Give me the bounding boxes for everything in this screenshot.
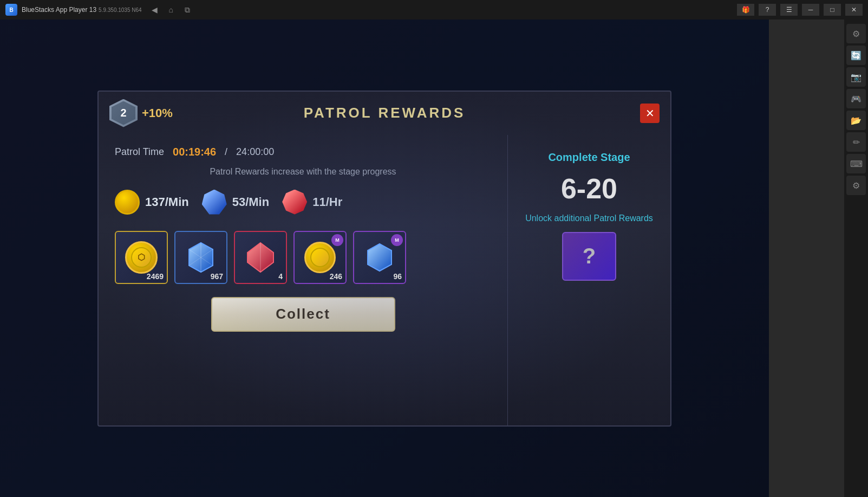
nav-back-button[interactable]: ◀ [148, 3, 161, 16]
rate-item-blue: 53/Min [202, 190, 269, 215]
sidebar-icon-3[interactable]: 📷 [846, 67, 866, 87]
sidebar-icon-8[interactable]: ⚙ [846, 176, 866, 195]
reward-gold-coin-2-icon [304, 242, 336, 273]
level-hexagon: 2 [109, 99, 138, 127]
patrol-time-max: 24:00:00 [236, 146, 274, 158]
close-modal-button[interactable]: ✕ [640, 104, 660, 123]
rate-item-gold: 137/Min [115, 190, 189, 215]
reward-item-4-count: 246 [330, 272, 342, 281]
app-name: BlueStacks App Player 13 [22, 6, 96, 14]
reward-item-1: ⬡ 2469 [115, 231, 168, 284]
reward-item-4-badge: M [331, 234, 343, 246]
reward-blue-crystal-icon [187, 242, 215, 273]
patrol-time-current: 00:19:46 [173, 146, 216, 158]
svg-marker-6 [368, 244, 391, 271]
reward-item-3: 4 [234, 231, 287, 284]
reward-item-3-count: 4 [278, 272, 283, 281]
rate-item-red: 11/Hr [282, 190, 342, 215]
blue-rate-value: 53/Min [232, 195, 269, 209]
patrol-rewards-modal: 2 +10% PATROL REWARDS ✕ Patrol Time 00:1… [97, 91, 671, 427]
modal-right-panel: Complete Stage 6-20 Unlock additional Pa… [508, 135, 670, 425]
titlebar-nav: ◀ ⌂ ⧉ [148, 3, 194, 16]
reward-red-crystal-icon [246, 242, 275, 273]
mystery-reward-item: ? [562, 232, 616, 281]
menu-button[interactable]: ☰ [780, 4, 798, 16]
red-crystal-icon [282, 190, 307, 215]
modal-title: PATROL REWARDS [304, 105, 466, 121]
gold-rate-value: 137/Min [145, 195, 189, 209]
sidebar-icon-1[interactable]: ⚙ [846, 24, 866, 43]
sidebar-icon-7[interactable]: ⌨ [846, 154, 866, 173]
app-version: 5.9.350.1035 N64 [99, 7, 142, 13]
maximize-button[interactable]: □ [824, 4, 841, 16]
rate-items-container: 137/Min 53/Min 11/Hr [115, 190, 491, 215]
patrol-time-label: Patrol Time [115, 146, 164, 158]
titlebar: B BlueStacks App Player 13 5.9.350.1035 … [0, 0, 868, 20]
help-button[interactable]: ? [759, 4, 776, 16]
patrol-time-row: Patrol Time 00:19:46 / 24:00:00 [115, 146, 491, 158]
app-logo: B [5, 4, 17, 16]
close-button[interactable]: ✕ [845, 4, 863, 16]
level-hexagon-inner: 2 [112, 101, 135, 125]
reward-gold-coin-icon: ⬡ [125, 241, 158, 274]
reward-item-5: M 96 [353, 231, 406, 284]
sidebar-icon-2[interactable]: 🔄 [846, 46, 866, 65]
sidebar-icon-5[interactable]: 📂 [846, 111, 866, 130]
reward-item-4: M 246 [293, 231, 347, 284]
right-sidebar: ⚙ 🔄 📷 🎮 📂 ✏ ⌨ ⚙ [844, 20, 868, 497]
nav-windows-button[interactable]: ⧉ [181, 3, 194, 16]
modal-header: 2 +10% PATROL REWARDS ✕ [99, 92, 670, 135]
level-bonus: +10% [142, 106, 173, 120]
collect-button-container: Collect [115, 297, 491, 332]
blue-crystal-icon [202, 190, 227, 215]
gold-coin-icon [115, 190, 140, 215]
sidebar-icon-4[interactable]: 🎮 [846, 89, 866, 108]
modal-overlay: 2 +10% PATROL REWARDS ✕ Patrol Time 00:1… [0, 20, 769, 497]
red-rate-value: 11/Hr [312, 195, 342, 209]
reward-item-5-badge: M [391, 234, 403, 246]
modal-left-panel: Patrol Time 00:19:46 / 24:00:00 Patrol R… [99, 135, 508, 425]
modal-body: Patrol Time 00:19:46 / 24:00:00 Patrol R… [99, 135, 670, 425]
patrol-description: Patrol Rewards increase with the stage p… [115, 167, 491, 177]
reward-item-2: 967 [174, 231, 227, 284]
patrol-time-separator: / [225, 146, 227, 158]
gift-button[interactable]: 🎁 [737, 4, 754, 16]
collect-button[interactable]: Collect [211, 297, 395, 332]
sidebar-icon-6[interactable]: ✏ [846, 132, 866, 152]
level-number: 2 [120, 107, 126, 119]
reward-gold-2-inner [310, 248, 330, 267]
reward-items-container: ⬡ 2469 967 [115, 231, 491, 284]
window-controls: 🎁 ? ☰ ─ □ ✕ [737, 4, 863, 16]
nav-home-button[interactable]: ⌂ [165, 3, 178, 16]
level-badge: 2 +10% [109, 99, 173, 127]
reward-gold-inner: ⬡ [131, 247, 152, 268]
stage-number: 6-20 [561, 172, 617, 205]
reward-item-2-count: 967 [211, 272, 223, 281]
reward-item-1-count: 2469 [147, 272, 164, 281]
reward-item-5-count: 96 [393, 272, 402, 281]
mystery-icon: ? [583, 244, 596, 268]
complete-stage-label: Complete Stage [548, 151, 630, 164]
unlock-additional-label: Unlock additional Patrol Rewards [525, 214, 653, 223]
reward-blue-crystal-2-icon [366, 243, 394, 272]
close-icon: ✕ [645, 107, 655, 120]
minimize-button[interactable]: ─ [802, 4, 819, 16]
